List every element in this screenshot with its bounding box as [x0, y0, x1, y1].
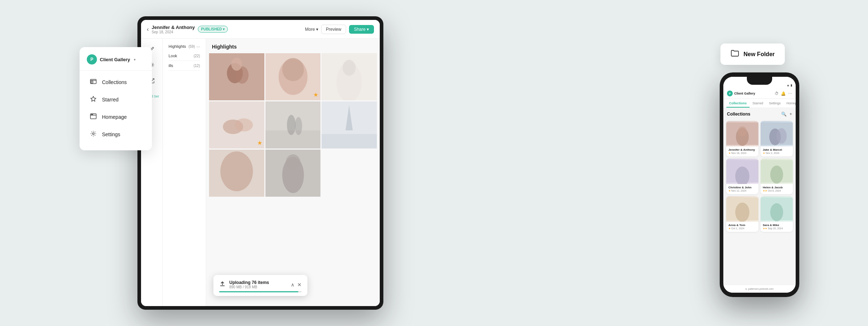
star-icon: [90, 96, 97, 104]
phone-tab-settings[interactable]: Settings: [766, 99, 784, 108]
phone-card-thumb-2: [761, 121, 793, 146]
phone-card-meta-3: ★ Nov 12, 2024: [728, 189, 756, 192]
phone-card-info-3: Christine & John ★ Nov 12, 2024: [726, 184, 758, 194]
phone-tab-homepage[interactable]: Homepage: [784, 99, 796, 108]
photo-cell-2[interactable]: ★: [265, 53, 321, 100]
sets-panel: Highlights (59) — Look (22) ills (12): [163, 39, 206, 306]
phone-section-actions: 🔍 +: [781, 112, 792, 117]
photo-cell-4[interactable]: ★: [209, 101, 264, 149]
phone-card-4[interactable]: Helen & Jacob ★★ Oct 8, 2024: [761, 159, 793, 194]
photo-cell-7[interactable]: [209, 150, 264, 197]
phone-card-2[interactable]: Jake & Marcel ★ Nov 2, 2024: [761, 121, 793, 156]
phone-section-title: Collections: [727, 112, 750, 117]
upload-info: Uploading 76 items 890 MB / 918 MB: [219, 280, 269, 289]
set-item-highlights[interactable]: Highlights (59) —: [169, 42, 200, 51]
svg-point-23: [287, 115, 295, 135]
topbar-right: More ▾ Preview Share ▾: [305, 25, 374, 34]
tablet-device: ‹ Jennifer & Anthony Sep 18, 2024 PUBLIS…: [137, 16, 383, 310]
phone-tabs: Collections Starred Settings Homepage: [723, 99, 796, 108]
phone-card-thumb-5: [726, 196, 758, 222]
preview-button[interactable]: Preview: [321, 25, 346, 34]
phone-card-6[interactable]: Sara & Mike ★★ Sep 20, 2024: [761, 196, 793, 232]
svg-rect-1: [91, 81, 93, 83]
sidebar-item-settings[interactable]: Settings: [82, 126, 149, 143]
upload-icon: [219, 281, 226, 289]
upload-collapse-button[interactable]: ∧: [291, 282, 294, 287]
upload-subtitle: 890 MB / 918 MB: [229, 285, 269, 289]
svg-point-44: [735, 202, 749, 222]
phone-add-icon[interactable]: +: [790, 112, 792, 117]
photo-cell-3[interactable]: [322, 53, 377, 100]
phone-clock-icon: ⏱: [775, 91, 779, 96]
folder-icon: [731, 49, 739, 59]
phone-card-info-4: Helen & Jacob ★★ Oct 8, 2024: [761, 184, 793, 194]
svg-marker-2: [91, 96, 96, 101]
phone-card-5[interactable]: Anna & Tom ★ Oct 1, 2024: [726, 196, 758, 232]
battery-icon: ▮: [791, 84, 792, 87]
upload-title: Uploading 76 items: [229, 280, 269, 285]
upload-close-button[interactable]: ✕: [297, 282, 302, 287]
phone-search-icon[interactable]: 🔍: [781, 112, 787, 117]
phone-bell-icon: 🔔: [781, 91, 786, 96]
topbar-left: ‹ Jennifer & Anthony Sep 18, 2024 PUBLIS…: [147, 25, 228, 34]
set-item-look[interactable]: Look (22): [169, 51, 200, 61]
svg-point-4: [91, 114, 92, 115]
upload-top: Uploading 76 items 890 MB / 918 MB ∧ ✕: [219, 280, 302, 289]
svg-point-38: [776, 128, 787, 144]
homepage-icon: [90, 113, 97, 121]
phone-card-meta-5: ★ Oct 1, 2024: [728, 227, 756, 230]
more-button[interactable]: More ▾: [305, 27, 318, 32]
photo-cell-1[interactable]: [209, 53, 264, 100]
phone-card-meta-6: ★★ Sep 20, 2024: [763, 227, 791, 230]
photo-grid: ★: [206, 53, 380, 197]
sidebar-item-starred[interactable]: Starred: [82, 91, 149, 108]
phone-card-3[interactable]: Christine & John ★ Nov 12, 2024: [726, 159, 758, 194]
phone-card-name-3: Christine & John: [728, 186, 756, 189]
brand-logo: P: [87, 54, 97, 64]
tablet-topbar: ‹ Jennifer & Anthony Sep 18, 2024 PUBLIS…: [141, 20, 380, 39]
svg-point-42: [770, 166, 783, 184]
upload-progress-track: [219, 291, 302, 292]
section-title: Highlights: [206, 39, 380, 53]
back-icon[interactable]: ‹: [147, 26, 149, 33]
photo-cell-5[interactable]: [265, 101, 321, 149]
svg-point-24: [295, 117, 302, 135]
phone-tab-collections[interactable]: Collections: [726, 99, 750, 108]
brand-chevron-icon: ▾: [134, 58, 136, 62]
phone-card-meta-4: ★★ Oct 8, 2024: [763, 189, 791, 192]
phone-card-info-5: Anna & Tom ★ Oct 1, 2024: [726, 222, 758, 232]
gallery-date: Sep 18, 2024: [152, 30, 195, 34]
phone-tab-starred[interactable]: Starred: [750, 99, 766, 108]
svg-point-20: [235, 118, 253, 131]
published-badge[interactable]: PUBLISHED ▾: [198, 26, 228, 33]
phone-card-info-6: Sara & Mike ★★ Sep 20, 2024: [761, 222, 793, 232]
tablet-content: + Add Set Highlights (59) — Look (22): [141, 39, 380, 306]
phone-brand: P Client Gallery: [727, 91, 755, 96]
sidebar-panel-header: P Client Gallery ▾: [80, 54, 152, 71]
svg-point-17: [343, 60, 356, 76]
sidebar-item-homepage[interactable]: Homepage: [82, 108, 149, 126]
settings-label: Settings: [102, 131, 120, 137]
starred-label: Starred: [102, 97, 119, 103]
upload-progress-fill: [219, 291, 298, 292]
phone-card-name-1: Jennifer & Anthony: [728, 148, 756, 151]
svg-point-5: [92, 114, 93, 115]
phone-url: a. pattersen.pixieset.com: [745, 288, 774, 290]
phone-card-info-1: Jennifer & Anthony ★ Nov 18, 2024: [726, 146, 758, 156]
photo-cell-8[interactable]: [265, 150, 321, 197]
phone-card-1[interactable]: Jennifer & Anthony ★ Nov 18, 2024: [726, 121, 758, 156]
share-button[interactable]: Share ▾: [349, 25, 374, 34]
sets-list: Highlights (59) — Look (22) ills (12): [163, 39, 206, 74]
brand-name: Client Gallery: [100, 57, 130, 62]
svg-point-11: [231, 58, 242, 71]
photo-cell-6[interactable]: [322, 101, 377, 149]
sidebar-item-collections[interactable]: Collections: [82, 74, 149, 91]
phone-card-thumb-4: [761, 159, 793, 184]
svg-point-35: [738, 126, 747, 137]
new-folder-popup[interactable]: New Folder: [720, 43, 785, 65]
upload-text: Uploading 76 items 890 MB / 918 MB: [229, 280, 269, 289]
phone-card-thumb-6: [761, 196, 793, 222]
set-item-ills[interactable]: ills (12): [169, 61, 200, 71]
phone-card-name-4: Helen & Jacob: [763, 186, 791, 189]
star-badge-2: ★: [257, 139, 262, 146]
